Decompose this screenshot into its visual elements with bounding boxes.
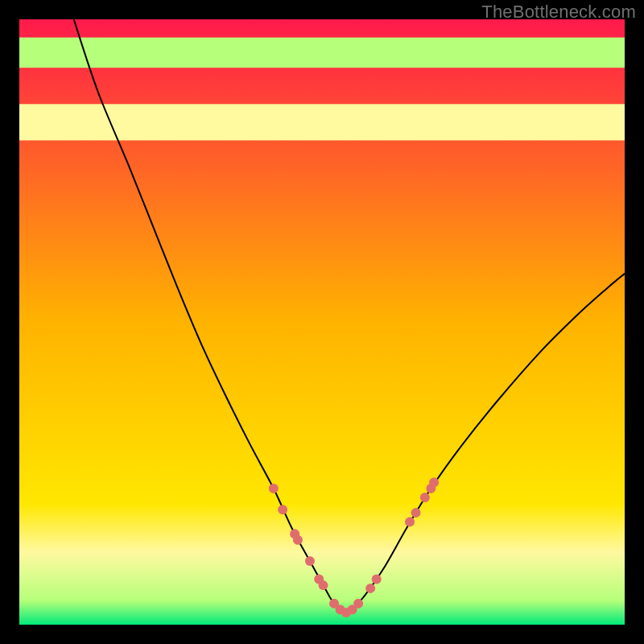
highlight-dot: [293, 535, 303, 545]
highlight-dot: [411, 508, 421, 518]
highlight-dot: [429, 477, 439, 487]
chart-frame: [19, 19, 625, 625]
highlight-dot: [269, 484, 279, 493]
highlight-dot: [305, 556, 315, 566]
highlight-dot: [405, 517, 415, 526]
highlight-dot: [365, 584, 375, 593]
highlight-band: [19, 38, 625, 68]
highlight-dot: [420, 493, 430, 502]
highlight-dot: [319, 580, 328, 590]
highlight-dot: [353, 599, 363, 609]
highlight-dot: [372, 575, 382, 584]
chart-svg: [19, 19, 625, 625]
watermark: TheBottleneck.com: [481, 2, 636, 23]
highlight-dot: [278, 505, 287, 514]
